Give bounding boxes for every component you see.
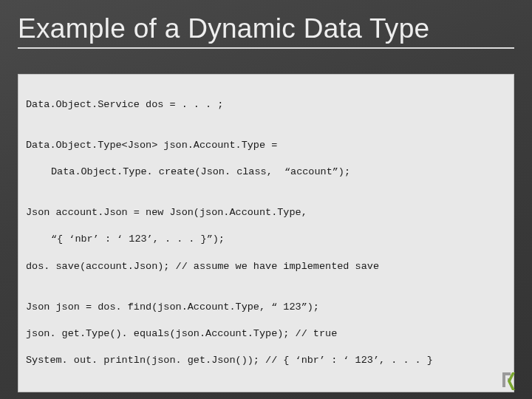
code-line: System. out. println(json. get.Json()); … xyxy=(26,354,506,367)
title-underline xyxy=(18,47,514,49)
code-line: Data.Object.Service dos = . . . ; xyxy=(26,98,506,112)
code-line: json. get.Type(). equals(json.Account.Ty… xyxy=(26,327,506,341)
code-line: “{ ‘nbr’ : ‘ 123’, . . . }”); xyxy=(26,233,506,246)
slide: Example of a Dynamic Data Type Data.Obje… xyxy=(0,0,532,399)
svg-rect-1 xyxy=(502,375,505,387)
code-line: Data.Object.Type<Json> json.Account.Type… xyxy=(26,139,506,152)
slide-title: Example of a Dynamic Data Type xyxy=(18,13,514,44)
code-line: dos. save(account.Json); // assume we ha… xyxy=(26,260,506,273)
code-line: Json json = dos. find(json.Account.Type,… xyxy=(26,301,506,314)
code-block: Data.Object.Service dos = . . . ; Data.O… xyxy=(18,74,514,392)
brand-logo-icon xyxy=(502,372,520,390)
svg-rect-0 xyxy=(502,372,511,375)
code-line: Data.Object.Type. create(Json. class, “a… xyxy=(26,166,506,179)
code-line: Json account.Json = new Json(json.Accoun… xyxy=(26,206,506,219)
